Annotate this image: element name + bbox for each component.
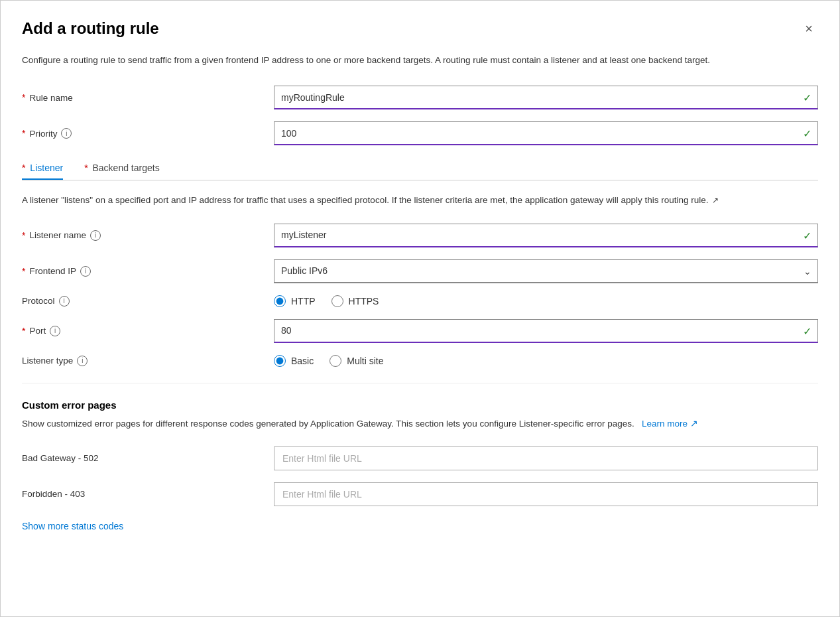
tab-backend-targets[interactable]: * Backend targets [84, 157, 160, 180]
priority-text: Priority [29, 129, 57, 139]
forbidden-row: Forbidden - 403 [22, 482, 818, 506]
dialog-description: Configure a routing rule to send traffic… [22, 54, 784, 67]
listener-type-multisite-radio[interactable] [330, 355, 341, 367]
tab-listener[interactable]: * Listener [22, 157, 63, 180]
frontend-ip-select[interactable]: Public IPv4 Public IPv6 Private [274, 259, 818, 283]
tabs-container: * Listener * Backend targets [22, 157, 818, 180]
protocol-text: Protocol [22, 296, 55, 306]
port-row: * Port i ✓ [22, 319, 818, 343]
listener-type-info-icon: i [77, 356, 88, 366]
rule-name-row: * Rule name ✓ [22, 86, 818, 109]
rule-name-required-star: * [22, 92, 25, 103]
rule-name-control: ✓ [274, 86, 818, 109]
listener-type-basic-radio[interactable] [274, 355, 286, 367]
rule-name-check-icon: ✓ [803, 92, 811, 104]
priority-label: * Priority i [22, 128, 274, 139]
listener-type-basic-label: Basic [291, 356, 314, 366]
custom-error-desc-text: Show customized error pages for differen… [22, 419, 634, 429]
port-info-icon: i [50, 326, 60, 336]
priority-required-star: * [22, 128, 25, 139]
protocol-http-radio[interactable] [274, 295, 286, 307]
listener-name-input[interactable] [274, 224, 818, 247]
bad-gateway-label: Bad Gateway - 502 [22, 453, 274, 463]
listener-type-text: Listener type [22, 356, 73, 366]
listener-type-basic-option[interactable]: Basic [274, 355, 314, 367]
port-star: * [22, 326, 25, 336]
protocol-https-label: HTTPS [349, 296, 379, 307]
port-control: ✓ [274, 319, 818, 343]
listener-external-link-icon: ↗ [712, 194, 719, 206]
frontend-ip-star: * [22, 266, 25, 277]
listener-name-info-icon: i [90, 230, 101, 241]
section-divider [22, 383, 818, 383]
tab-backend-label: Backend targets [93, 163, 160, 173]
listener-name-text: Listener name [29, 230, 86, 240]
listener-type-radio-group: Basic Multi site [274, 355, 818, 367]
bad-gateway-input[interactable] [274, 446, 818, 470]
priority-info-icon: i [61, 128, 72, 139]
port-input[interactable] [274, 319, 818, 343]
learn-more-external-icon: ↗ [690, 419, 698, 429]
frontend-ip-label: * Frontend IP i [22, 266, 274, 277]
listener-description: A listener "listens" on a specified port… [22, 194, 784, 207]
learn-more-text: Learn more [642, 419, 688, 429]
listener-desc-text: A listener "listens" on a specified port… [22, 195, 709, 205]
port-text: Port [29, 326, 46, 336]
frontend-ip-select-wrapper: Public IPv4 Public IPv6 Private ⌄ [274, 259, 818, 283]
priority-row: * Priority i ✓ [22, 121, 818, 145]
port-label: * Port i [22, 326, 274, 336]
tab-backend-star: * [84, 163, 88, 173]
custom-error-section: Custom error pages Show customized error… [22, 399, 818, 531]
protocol-https-radio[interactable] [331, 295, 343, 307]
protocol-http-option[interactable]: HTTP [274, 295, 316, 307]
listener-type-row: Listener type i Basic Multi site [22, 355, 818, 367]
priority-check-icon: ✓ [803, 127, 811, 140]
listener-name-label: * Listener name i [22, 230, 274, 241]
close-button[interactable]: × [800, 19, 818, 38]
frontend-ip-info-icon: i [80, 266, 91, 277]
forbidden-label: Forbidden - 403 [22, 489, 274, 499]
listener-name-control: ✓ [274, 224, 818, 247]
port-check-icon: ✓ [803, 324, 811, 337]
protocol-radio-group: HTTP HTTPS [274, 295, 818, 307]
bad-gateway-control [274, 446, 818, 470]
custom-error-title: Custom error pages [22, 399, 818, 411]
priority-control: ✓ [274, 121, 818, 145]
protocol-https-option[interactable]: HTTPS [331, 295, 379, 307]
frontend-ip-row: * Frontend IP i Public IPv4 Public IPv6 … [22, 259, 818, 283]
listener-type-multisite-label: Multi site [347, 356, 383, 366]
rule-name-input[interactable] [274, 86, 818, 109]
priority-input[interactable] [274, 121, 818, 145]
listener-name-check-icon: ✓ [803, 229, 811, 241]
learn-more-link[interactable]: Learn more ↗ [639, 419, 698, 429]
protocol-label: Protocol i [22, 296, 274, 307]
tab-listener-star: * [22, 163, 25, 173]
rule-name-text: Rule name [29, 93, 72, 103]
rule-name-label: * Rule name [22, 92, 274, 103]
tab-listener-label: Listener [30, 163, 63, 173]
listener-name-row: * Listener name i ✓ [22, 224, 818, 247]
protocol-info-icon: i [59, 296, 70, 307]
listener-name-star: * [22, 230, 25, 241]
protocol-http-label: HTTP [291, 296, 316, 307]
dialog-title: Add a routing rule [22, 19, 159, 38]
bad-gateway-row: Bad Gateway - 502 [22, 446, 818, 470]
add-routing-rule-dialog: Add a routing rule × Configure a routing… [0, 0, 840, 617]
frontend-ip-text: Frontend IP [29, 266, 76, 276]
dialog-header: Add a routing rule × [22, 19, 818, 38]
custom-error-description: Show customized error pages for differen… [22, 417, 751, 431]
forbidden-input[interactable] [274, 482, 818, 506]
protocol-row: Protocol i HTTP HTTPS [22, 295, 818, 307]
forbidden-control [274, 482, 818, 506]
listener-type-label: Listener type i [22, 356, 274, 366]
listener-type-multisite-option[interactable]: Multi site [330, 355, 383, 367]
show-more-status-codes-link[interactable]: Show more status codes [22, 521, 123, 531]
